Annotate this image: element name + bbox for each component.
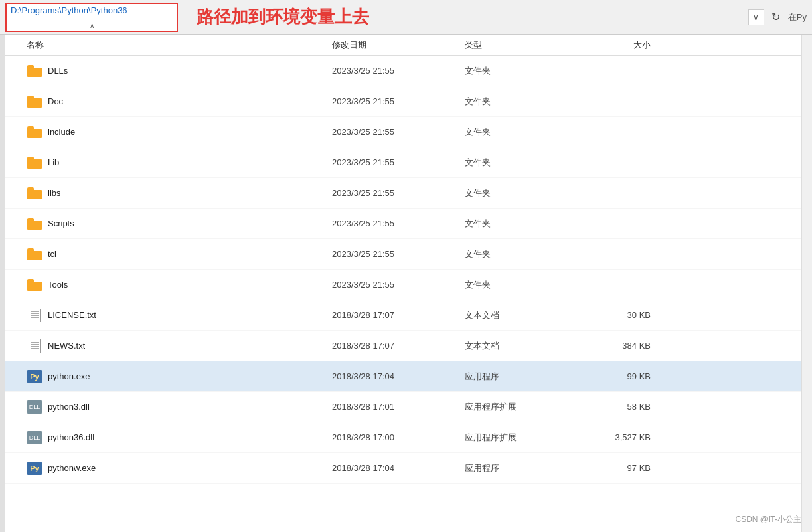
folder-icon	[27, 126, 42, 138]
address-path: D:\Programs\Python\Python36	[11, 5, 173, 15]
col-header-size[interactable]: 大小	[571, 39, 651, 51]
file-size: 3,527 KB	[571, 432, 651, 442]
address-chevron-icon: ∧	[11, 23, 173, 29]
table-row[interactable]: tcl 2023/3/25 21:55 文件夹	[0, 239, 812, 270]
dll-icon: DLL	[27, 431, 42, 444]
file-size: 58 KB	[571, 402, 651, 412]
table-row[interactable]: include 2023/3/25 21:55 文件夹	[0, 117, 812, 147]
table-row[interactable]: Scripts 2023/3/25 21:55 文件夹	[0, 209, 812, 239]
file-type: 文本文档	[465, 310, 571, 321]
file-type: 文件夹	[465, 96, 571, 108]
file-type: 应用程序	[465, 371, 571, 383]
file-icon-wrapper: DLL	[27, 431, 42, 444]
file-icon-wrapper	[27, 217, 42, 230]
file-name: LICENSE.txt	[48, 310, 96, 320]
table-row[interactable]: NEWS.txt 2018/3/28 17:07 文本文档 384 KB	[0, 331, 812, 361]
file-icon-wrapper	[27, 95, 42, 108]
file-date: 2023/3/25 21:55	[332, 127, 465, 137]
file-size: 30 KB	[571, 310, 651, 320]
text-file-icon	[29, 309, 41, 322]
file-name: tcl	[48, 249, 56, 259]
table-row[interactable]: Doc 2023/3/25 21:55 文件夹	[0, 86, 812, 117]
file-name: Lib	[48, 157, 59, 167]
col-header-date[interactable]: 修改日期	[332, 39, 465, 51]
file-icon-wrapper	[27, 339, 42, 353]
file-date: 2023/3/25 21:55	[332, 219, 465, 228]
file-type: 文件夹	[465, 248, 571, 260]
folder-icon	[27, 65, 42, 77]
dropdown-button[interactable]: ∨	[748, 9, 764, 25]
col-header-name[interactable]: 名称	[27, 39, 332, 51]
table-row[interactable]: DLLs 2023/3/25 21:55 文件夹	[0, 56, 812, 86]
file-name-cell: LICENSE.txt	[27, 309, 332, 322]
file-date: 2023/3/25 21:55	[332, 280, 465, 290]
file-icon-wrapper	[27, 278, 42, 292]
col-header-type[interactable]: 类型	[465, 39, 571, 51]
table-row[interactable]: DLL python3.dll 2018/3/28 17:01 应用程序扩展 5…	[0, 392, 812, 422]
file-type: 文件夹	[465, 218, 571, 230]
folder-icon	[27, 96, 42, 108]
dll-icon: DLL	[27, 400, 42, 414]
file-date: 2018/3/28 17:04	[332, 463, 465, 473]
file-type: 文件夹	[465, 279, 571, 291]
table-row[interactable]: Py pythonw.exe 2018/3/28 17:04 应用程序 97 K…	[0, 453, 812, 484]
file-date: 2023/3/25 21:55	[332, 66, 465, 76]
file-date: 2018/3/28 17:01	[332, 402, 465, 412]
file-name-cell: Lib	[27, 156, 332, 169]
file-icon-wrapper	[27, 64, 42, 78]
folder-icon	[27, 218, 42, 230]
address-box[interactable]: D:\Programs\Python\Python36 ∧	[5, 3, 178, 32]
file-name-cell: DLL python36.dll	[27, 431, 332, 444]
file-date: 2018/3/28 17:00	[332, 432, 465, 442]
file-icon-wrapper: Py	[27, 370, 42, 383]
table-row[interactable]: Lib 2023/3/25 21:55 文件夹	[0, 147, 812, 178]
file-date: 2023/3/25 21:55	[332, 249, 465, 259]
file-name-cell: include	[27, 126, 332, 139]
file-name-cell: DLL python3.dll	[27, 400, 332, 414]
file-name: Tools	[48, 280, 68, 290]
file-icon-wrapper: Py	[27, 462, 42, 475]
table-row[interactable]: Tools 2023/3/25 21:55 文件夹	[0, 270, 812, 300]
file-name-cell: libs	[27, 187, 332, 200]
file-icon-wrapper	[27, 309, 42, 322]
file-name: libs	[48, 188, 61, 198]
watermark: CSDN @IT-小公主	[735, 514, 801, 525]
text-file-icon	[29, 339, 41, 353]
file-name-cell: Scripts	[27, 217, 332, 230]
file-date: 2023/3/25 21:55	[332, 157, 465, 167]
file-size: 97 KB	[571, 463, 651, 473]
file-name: Scripts	[48, 219, 74, 228]
file-name-cell: tcl	[27, 248, 332, 261]
folder-icon	[27, 187, 42, 199]
file-date: 2018/3/28 17:04	[332, 371, 465, 381]
file-name: DLLs	[48, 66, 68, 76]
exe-icon: Py	[27, 462, 42, 475]
table-row[interactable]: DLL python36.dll 2018/3/28 17:00 应用程序扩展 …	[0, 422, 812, 453]
file-name-cell: DLLs	[27, 64, 332, 78]
file-name-cell: Tools	[27, 278, 332, 292]
file-name: python3.dll	[48, 402, 90, 412]
file-icon-wrapper	[27, 126, 42, 139]
folder-icon	[27, 279, 42, 291]
file-icon-wrapper	[27, 248, 42, 261]
file-name: python.exe	[48, 371, 90, 381]
file-type: 文件夹	[465, 187, 571, 199]
table-row[interactable]: Py python.exe 2018/3/28 17:04 应用程序 99 KB	[0, 361, 812, 392]
file-type: 应用程序扩展	[465, 401, 571, 413]
file-name: pythonw.exe	[48, 463, 96, 473]
file-name: NEWS.txt	[48, 341, 85, 351]
table-row[interactable]: libs 2023/3/25 21:55 文件夹	[0, 178, 812, 209]
file-date: 2018/3/28 17:07	[332, 341, 465, 351]
file-type: 应用程序扩展	[465, 432, 571, 444]
table-row[interactable]: LICENSE.txt 2018/3/28 17:07 文本文档 30 KB	[0, 300, 812, 331]
file-name: python36.dll	[48, 432, 94, 442]
inpy-label: 在Py	[788, 11, 807, 23]
file-date: 2023/3/25 21:55	[332, 96, 465, 106]
file-type: 文件夹	[465, 157, 571, 169]
refresh-button[interactable]: ↻	[767, 8, 785, 27]
file-icon-wrapper: DLL	[27, 400, 42, 414]
file-list: DLLs 2023/3/25 21:55 文件夹 Doc 2023/3/25 2…	[0, 56, 812, 532]
top-bar: D:\Programs\Python\Python36 ∧ 路径加到环境变量上去…	[0, 0, 812, 35]
folder-icon	[27, 157, 42, 169]
file-size: 384 KB	[571, 341, 651, 351]
